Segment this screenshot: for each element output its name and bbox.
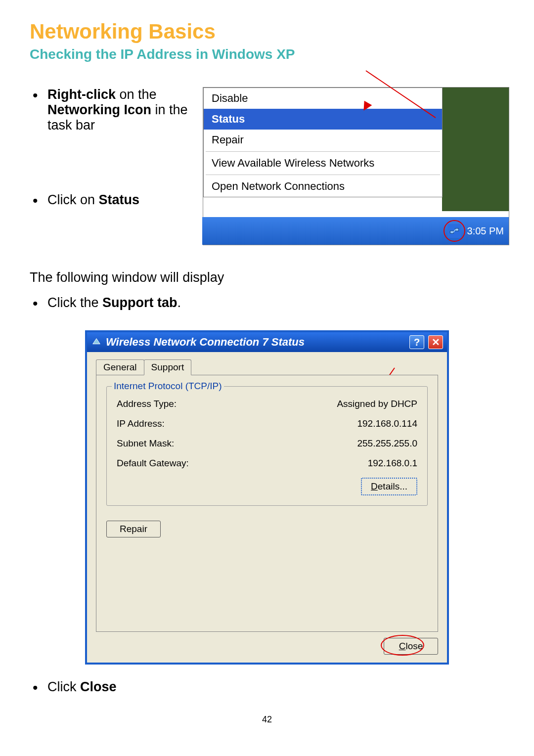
value-subnet-mask: 255.255.255.0 — [357, 438, 417, 449]
svg-rect-0 — [450, 231, 453, 233]
page-title: Networking Basics — [30, 20, 504, 44]
label-subnet-mask: Subnet Mask: — [117, 438, 174, 449]
row-default-gateway: Default Gateway: 192.168.0.1 — [117, 458, 417, 469]
label-default-gateway: Default Gateway: — [117, 458, 189, 469]
instruction-step-4: Click Close — [47, 679, 504, 695]
network-tray-icon[interactable] — [447, 224, 461, 238]
text-bold: Networking Icon — [47, 102, 151, 117]
label-ip-address: IP Address: — [117, 418, 165, 429]
context-menu-screenshot: Disable Status Repair View Available Wir… — [203, 87, 509, 245]
details-button[interactable]: Details... — [361, 478, 417, 495]
context-menu: Disable Status Repair View Available Wir… — [203, 88, 443, 197]
text-bold: Close — [80, 679, 117, 694]
text-bold: Right-click — [47, 87, 116, 102]
tab-panel-support: Internet Protocol (TCP/IP) Address Type:… — [96, 375, 438, 632]
close-button[interactable]: Close — [384, 638, 438, 655]
text-bold: Status — [99, 192, 140, 207]
taskbar-clock: 3:05 PM — [467, 225, 504, 237]
details-button-rest: etails... — [378, 481, 407, 491]
row-address-type: Address Type: Assigned by DHCP — [117, 399, 417, 409]
label-address-type: Address Type: — [117, 399, 177, 409]
svg-rect-1 — [455, 228, 458, 231]
taskbar: 3:05 PM — [202, 217, 509, 245]
instruction-step-2: Click on Status — [47, 192, 193, 208]
instruction-mid-text: The following window will display — [30, 270, 504, 285]
wireless-icon — [91, 337, 102, 348]
row-subnet-mask: Subnet Mask: 255.255.255.0 — [117, 438, 417, 449]
instruction-step-1: Right-click on the Networking Icon in th… — [47, 87, 193, 133]
dialog-title: Wireless Network Connection 7 Status — [106, 336, 305, 349]
page-subtitle: Checking the IP Address in Windows XP — [30, 46, 504, 62]
text: Click the — [47, 295, 102, 310]
network-icon — [449, 226, 459, 236]
text: Click — [47, 679, 80, 694]
menu-item-repair[interactable]: Repair — [204, 130, 442, 150]
value-default-gateway: 192.168.0.1 — [368, 458, 417, 469]
text-bold: Support tab — [102, 295, 177, 310]
desktop-background — [442, 88, 509, 211]
tab-support[interactable]: Support — [144, 359, 192, 375]
value-ip-address: 192.168.0.114 — [357, 418, 417, 429]
tcpip-fieldset: Internet Protocol (TCP/IP) Address Type:… — [106, 386, 428, 506]
fieldset-legend: Internet Protocol (TCP/IP) — [112, 381, 224, 392]
instruction-step-3: Click the Support tab. — [47, 295, 504, 311]
text: . — [178, 295, 181, 310]
dialog-titlebar: Wireless Network Connection 7 Status ? ✕ — [87, 332, 447, 352]
text: on the — [116, 87, 157, 102]
menu-separator — [206, 151, 440, 152]
row-ip-address: IP Address: 192.168.0.114 — [117, 418, 417, 429]
repair-button[interactable]: Repair — [106, 521, 161, 537]
value-address-type: Assigned by DHCP — [337, 399, 417, 409]
close-button-rest: lose — [405, 641, 423, 651]
status-dialog: Wireless Network Connection 7 Status ? ✕… — [85, 330, 449, 665]
page-number: 42 — [30, 714, 504, 725]
dialog-tabs: General Support — [96, 359, 438, 375]
menu-separator — [206, 175, 440, 175]
menu-item-open-connections[interactable]: Open Network Connections — [204, 176, 442, 197]
titlebar-close-button[interactable]: ✕ — [428, 335, 443, 349]
menu-item-status[interactable]: Status — [204, 109, 442, 130]
tab-general[interactable]: General — [96, 359, 144, 375]
help-button[interactable]: ? — [409, 335, 424, 349]
menu-item-view-networks[interactable]: View Available Wireless Networks — [204, 153, 442, 174]
text: Click on — [47, 192, 99, 207]
